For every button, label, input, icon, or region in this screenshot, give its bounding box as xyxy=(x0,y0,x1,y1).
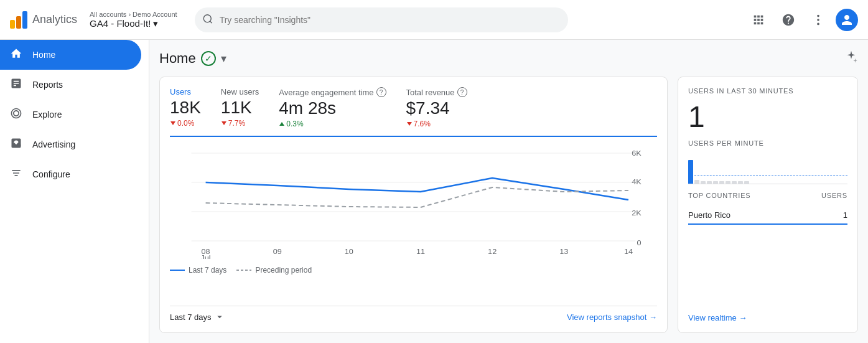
svg-text:10: 10 xyxy=(345,248,354,256)
content-row: Users 18K 0.0% New users 11K 7.7% xyxy=(159,77,858,333)
sparkle-icon[interactable] xyxy=(844,50,858,67)
bar-10 xyxy=(744,181,749,184)
date-range-selector[interactable]: Last 7 days xyxy=(170,311,225,322)
view-realtime-link[interactable]: View realtime → xyxy=(688,313,847,322)
realtime-card: USERS IN LAST 30 MINUTES 1 USERS PER MIN… xyxy=(678,77,858,333)
sidebar-item-explore[interactable]: Explore xyxy=(0,100,141,129)
legend-solid-label: Last 7 days xyxy=(189,266,226,275)
svg-text:6K: 6K xyxy=(632,149,642,157)
svg-text:14: 14 xyxy=(624,248,633,256)
view-reports-link[interactable]: View reports snapshot → xyxy=(567,312,657,322)
sidebar-item-reports[interactable]: Reports xyxy=(0,70,141,100)
help-icon[interactable] xyxy=(776,7,801,32)
topbar-right xyxy=(746,7,858,32)
metric-users: Users 18K 0.0% xyxy=(170,87,201,128)
sidebar-label-reports: Reports xyxy=(32,80,63,90)
page-header: Home ✓ ▾ xyxy=(159,50,858,67)
main-card: Users 18K 0.0% New users 11K 7.7% xyxy=(159,77,668,333)
apps-icon[interactable] xyxy=(746,7,771,32)
search-input[interactable] xyxy=(195,7,568,32)
realtime-title: USERS IN LAST 30 MINUTES xyxy=(688,87,847,95)
sidebar-label-explore: Explore xyxy=(32,110,62,120)
metric-revenue: Total revenue ? $7.34 7.6% xyxy=(406,87,467,128)
account-breadcrumb: All accounts › Demo Account xyxy=(90,11,177,18)
engagement-value: 4m 28s xyxy=(279,98,386,118)
sidebar: Home Reports Explore Advertising Configu… xyxy=(0,40,149,343)
search-bar xyxy=(195,7,568,32)
svg-text:0: 0 xyxy=(637,239,642,247)
users-label: Users xyxy=(170,87,201,96)
svg-text:Jul: Jul xyxy=(200,254,210,259)
sidebar-label-advertising: Advertising xyxy=(32,139,75,149)
realtime-footer: View realtime → xyxy=(688,313,847,322)
bar-3 xyxy=(701,181,706,184)
legend-dashed-label: Preceding period xyxy=(255,266,312,275)
new-users-label: New users xyxy=(221,87,259,96)
metric-engagement: Average engagement time ? 4m 28s 0.3% xyxy=(279,87,386,128)
revenue-info-icon[interactable]: ? xyxy=(457,87,467,97)
svg-text:4K: 4K xyxy=(632,178,642,186)
engagement-info-icon[interactable]: ? xyxy=(376,87,386,97)
home-icon xyxy=(10,47,22,63)
metrics-row: Users 18K 0.0% New users 11K 7.7% xyxy=(170,87,657,137)
revenue-value: $7.34 xyxy=(406,98,467,118)
date-range-label: Last 7 days xyxy=(170,312,212,322)
bar-9 xyxy=(738,181,743,184)
svg-text:11: 11 xyxy=(416,248,426,256)
logo[interactable]: Analytics xyxy=(10,11,77,29)
metric-new-users: New users 11K 7.7% xyxy=(221,87,259,128)
status-badge[interactable]: ✓ xyxy=(201,51,216,66)
country-count: 1 xyxy=(843,210,847,220)
country-row: Puerto Rico 1 xyxy=(688,207,847,225)
more-icon[interactable] xyxy=(806,7,831,32)
country-name: Puerto Rico xyxy=(688,210,730,220)
bar-2 xyxy=(694,180,699,184)
legend-solid: Last 7 days xyxy=(170,266,226,275)
svg-point-2 xyxy=(817,14,819,17)
revenue-label: Total revenue ? xyxy=(406,87,467,97)
per-minute-threshold-line xyxy=(688,176,847,176)
new-users-change: 7.7% xyxy=(221,119,259,128)
page-title: Home xyxy=(159,50,196,67)
users-value: 18K xyxy=(170,98,201,118)
avatar[interactable] xyxy=(836,9,858,31)
account-selector[interactable]: All accounts › Demo Account GA4 - Flood-… xyxy=(90,11,177,29)
users-col-label: USERS xyxy=(821,192,847,199)
bar-1 xyxy=(688,160,693,184)
per-minute-title: USERS PER MINUTE xyxy=(688,139,847,147)
account-name[interactable]: GA4 - Flood-It! ▾ xyxy=(90,18,177,29)
svg-text:09: 09 xyxy=(273,248,282,256)
bar-6 xyxy=(719,181,724,184)
account-dropdown-arrow[interactable]: ▾ xyxy=(153,18,158,29)
logo-icon xyxy=(10,11,27,29)
svg-text:2K: 2K xyxy=(632,209,642,217)
countries-col-label: TOP COUNTRIES xyxy=(688,192,750,199)
svg-point-3 xyxy=(817,19,819,21)
sidebar-label-configure: Configure xyxy=(32,169,70,179)
sidebar-item-configure[interactable]: Configure xyxy=(0,159,141,189)
sidebar-item-advertising[interactable]: Advertising xyxy=(0,129,141,159)
advertising-icon xyxy=(10,137,22,153)
svg-text:12: 12 xyxy=(488,248,497,256)
sidebar-label-home: Home xyxy=(32,50,55,60)
bar-5 xyxy=(713,181,718,184)
engagement-label: Average engagement time ? xyxy=(279,87,386,97)
svg-line-1 xyxy=(210,21,212,22)
new-users-value: 11K xyxy=(221,98,259,118)
revenue-change: 7.6% xyxy=(406,120,467,128)
main-content: Home ✓ ▾ Users 18K xyxy=(149,40,868,343)
chart-legend: Last 7 days Preceding period xyxy=(170,266,657,275)
page-dropdown-arrow[interactable]: ▾ xyxy=(221,52,226,65)
bar-7 xyxy=(726,181,730,184)
users-change: 0.0% xyxy=(170,119,201,128)
app-name: Analytics xyxy=(32,13,77,26)
bar-8 xyxy=(732,181,737,184)
topbar: Analytics All accounts › Demo Account GA… xyxy=(0,0,868,40)
layout: Home Reports Explore Advertising Configu… xyxy=(0,40,868,343)
svg-text:13: 13 xyxy=(559,248,569,256)
card-footer: Last 7 days View reports snapshot → xyxy=(170,306,657,322)
per-minute-chart xyxy=(688,154,847,184)
sidebar-item-home[interactable]: Home xyxy=(0,40,141,70)
realtime-count: 1 xyxy=(688,102,847,132)
page-title-row: Home ✓ ▾ xyxy=(159,50,226,67)
